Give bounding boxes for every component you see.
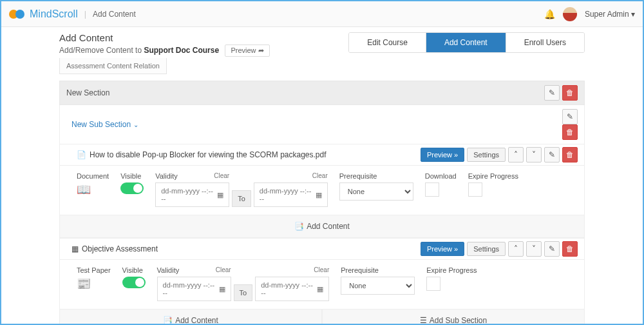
pencil-icon: ✎ bbox=[549, 150, 555, 159]
copy-icon: 📑 bbox=[163, 316, 173, 325]
copy-icon: 📑 bbox=[294, 222, 304, 231]
trash-icon: 🗑 bbox=[566, 88, 574, 97]
subsection-delete-button[interactable]: 🗑 bbox=[562, 124, 578, 140]
logo[interactable]: MindScroll bbox=[9, 8, 78, 20]
action-tabs: Edit Course Add Content Enroll Users bbox=[348, 32, 585, 53]
clear-from-2[interactable]: Clear bbox=[216, 266, 231, 273]
section-header: New Section ✎ 🗑 bbox=[59, 81, 585, 105]
pencil-icon: ✎ bbox=[549, 244, 555, 253]
prereq-select[interactable]: None bbox=[339, 182, 413, 201]
add-subsection-button[interactable]: ☰Add Sub Section bbox=[322, 310, 585, 325]
validity-label-2: Validity bbox=[157, 266, 330, 274]
section-edit-button[interactable]: ✎ bbox=[544, 85, 560, 101]
tab-assessment-relation[interactable]: Assessment Content Relation bbox=[59, 58, 167, 74]
trash-icon: 🗑 bbox=[566, 244, 574, 253]
chevron-up-icon: ˄ bbox=[514, 244, 518, 253]
download-label: Download bbox=[425, 172, 457, 180]
user-menu[interactable]: Super Admin ▾ bbox=[585, 10, 635, 19]
item2-move-down-button[interactable]: ˅ bbox=[526, 241, 542, 257]
calendar-icon: ▦ bbox=[316, 191, 322, 199]
item2-form: Test Paper 📰 Visible Validity Clear dd-m… bbox=[59, 260, 585, 310]
pencil-icon: ✎ bbox=[567, 112, 573, 121]
item-preview-button[interactable]: Preview » bbox=[421, 148, 464, 162]
subsection-edit-button[interactable]: ✎ bbox=[562, 109, 578, 124]
clear-to[interactable]: Clear bbox=[312, 172, 328, 179]
visible-label: Visible bbox=[120, 172, 144, 180]
add-content-button-2[interactable]: 📑Add Content bbox=[59, 310, 322, 325]
to-label-2: To bbox=[234, 284, 253, 301]
avatar[interactable] bbox=[563, 7, 577, 21]
chevron-down-icon: ˅ bbox=[532, 150, 536, 159]
preview-button[interactable]: Preview ➦ bbox=[225, 44, 269, 57]
to-label: To bbox=[232, 190, 251, 207]
visible-label-2: Visible bbox=[122, 266, 146, 274]
calendar-icon: ▦ bbox=[217, 191, 223, 199]
item2-move-up-button[interactable]: ˄ bbox=[508, 241, 524, 257]
calendar-icon: ▦ bbox=[219, 285, 225, 293]
download-checkbox[interactable] bbox=[425, 182, 439, 197]
tab-enroll-users[interactable]: Enroll Users bbox=[506, 33, 584, 52]
brand-text: MindScroll bbox=[30, 8, 78, 20]
calendar-icon: ▦ bbox=[317, 285, 323, 293]
item-settings-button[interactable]: Settings bbox=[467, 148, 506, 162]
validity-label: Validity bbox=[155, 172, 328, 180]
item2-settings-button[interactable]: Settings bbox=[467, 242, 506, 256]
add-content-button[interactable]: 📑Add Content bbox=[59, 215, 585, 238]
item-move-down-button[interactable]: ˅ bbox=[526, 147, 542, 162]
page-subtitle: Add/Remove Content to Support Doc Course… bbox=[59, 44, 270, 57]
chevron-up-icon: ˄ bbox=[514, 150, 518, 159]
item-form: Document 📖 Visible Validity Clear dd-mm-… bbox=[59, 166, 585, 215]
expire-checkbox[interactable] bbox=[468, 182, 482, 197]
prereq-label-2: Prerequisite bbox=[341, 266, 415, 274]
testpaper-icon: 📰 bbox=[77, 277, 111, 291]
logo-icon bbox=[9, 8, 26, 20]
subsection-title[interactable]: New Sub Section bbox=[71, 120, 131, 129]
item2-delete-button[interactable]: 🗑 bbox=[562, 241, 578, 257]
item-title-2: Objective Assessment bbox=[82, 244, 158, 253]
validity-from-input-2[interactable]: dd-mm-yyyy --:-- --▦ bbox=[157, 277, 231, 301]
expire-label-2: Expire Progress bbox=[426, 266, 477, 274]
type-label-2: Test Paper bbox=[77, 266, 111, 274]
prereq-select-2[interactable]: None bbox=[341, 277, 415, 295]
section-delete-button[interactable]: 🗑 bbox=[562, 85, 578, 101]
share-icon: ➦ bbox=[258, 46, 264, 54]
file-icon: 📄 bbox=[77, 150, 86, 159]
breadcrumb: Add Content bbox=[93, 10, 136, 19]
prereq-label: Prerequisite bbox=[339, 172, 413, 180]
clear-from[interactable]: Clear bbox=[214, 172, 229, 179]
topbar: MindScroll | Add Content 🔔 Super Admin ▾ bbox=[1, 1, 643, 27]
expire-checkbox-2[interactable] bbox=[426, 277, 440, 291]
clear-to-2[interactable]: Clear bbox=[314, 266, 329, 273]
validity-from-input[interactable]: dd-mm-yyyy --:-- --▦ bbox=[155, 182, 229, 207]
tab-edit-course[interactable]: Edit Course bbox=[349, 33, 426, 52]
item2-preview-button[interactable]: Preview » bbox=[421, 242, 464, 256]
item2-edit-button[interactable]: ✎ bbox=[544, 241, 560, 257]
type-label: Document bbox=[77, 172, 109, 180]
item-edit-button[interactable]: ✎ bbox=[544, 147, 560, 162]
item-title: How to disable Pop-up Blocker for viewin… bbox=[90, 150, 327, 159]
divider: | bbox=[84, 9, 86, 19]
page-title: Add Content bbox=[59, 32, 270, 43]
subsection-header: New Sub Section ⌄ ✎ 🗑 bbox=[59, 105, 585, 144]
expire-label: Expire Progress bbox=[468, 172, 518, 180]
visible-toggle[interactable] bbox=[120, 182, 144, 194]
calendar-icon: ▦ bbox=[71, 244, 79, 253]
trash-icon: 🗑 bbox=[566, 128, 574, 137]
section-title: New Section bbox=[66, 88, 109, 97]
list-icon: ☰ bbox=[420, 316, 427, 325]
chevron-down-icon[interactable]: ⌄ bbox=[133, 121, 138, 128]
tab-add-content[interactable]: Add Content bbox=[426, 33, 506, 52]
validity-to-input[interactable]: dd-mm-yyyy --:-- --▦ bbox=[254, 182, 328, 207]
pencil-icon: ✎ bbox=[549, 88, 555, 97]
item-header-2: ▦ Objective Assessment Preview » Setting… bbox=[59, 238, 585, 260]
chevron-down-icon: ˅ bbox=[532, 244, 536, 253]
item-delete-button[interactable]: 🗑 bbox=[562, 147, 578, 162]
validity-to-input-2[interactable]: dd-mm-yyyy --:-- --▦ bbox=[255, 277, 329, 301]
bell-icon[interactable]: 🔔 bbox=[544, 9, 555, 19]
document-icon: 📖 bbox=[77, 182, 109, 197]
visible-toggle-2[interactable] bbox=[122, 277, 146, 288]
item-move-up-button[interactable]: ˄ bbox=[508, 147, 524, 162]
item-header: 📄 How to disable Pop-up Blocker for view… bbox=[59, 144, 585, 166]
trash-icon: 🗑 bbox=[566, 150, 574, 159]
